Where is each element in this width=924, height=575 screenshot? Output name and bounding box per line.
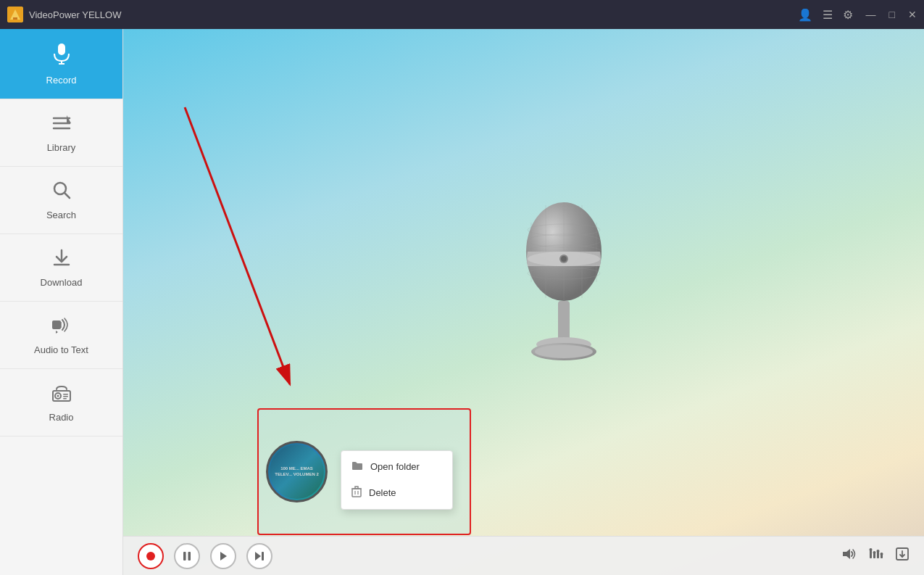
svg-point-56 bbox=[873, 551, 876, 554]
svg-marker-47 bbox=[220, 552, 227, 560]
record-button[interactable] bbox=[138, 543, 164, 569]
list-icon[interactable]: ☰ bbox=[823, 8, 833, 22]
context-menu: Open folder Delete bbox=[341, 450, 453, 510]
svg-rect-46 bbox=[188, 552, 191, 560]
svg-rect-45 bbox=[183, 552, 186, 560]
delete-label: Delete bbox=[369, 487, 396, 498]
search-icon bbox=[51, 180, 72, 205]
skip-forward-button[interactable] bbox=[246, 543, 272, 569]
microphone-icon bbox=[50, 42, 73, 70]
radio-icon bbox=[51, 382, 72, 408]
svg-point-33 bbox=[561, 256, 567, 262]
sidebar-label-radio: Radio bbox=[49, 412, 74, 423]
player-bar bbox=[123, 536, 924, 575]
svg-rect-49 bbox=[262, 552, 264, 560]
titlebar-controls: 👤 ☰ ⚙ — □ ✕ bbox=[798, 8, 917, 22]
svg-marker-50 bbox=[843, 549, 850, 559]
maximize-button[interactable]: □ bbox=[889, 9, 895, 20]
svg-rect-19 bbox=[63, 398, 67, 400]
export-icon[interactable] bbox=[895, 547, 910, 565]
user-icon[interactable]: 👤 bbox=[798, 8, 812, 22]
content-area: 100 ME... EMAS TELEV... VOLUMEN 2 00:02:… bbox=[123, 29, 924, 575]
trash-icon bbox=[351, 486, 362, 500]
svg-rect-2 bbox=[13, 17, 17, 20]
close-button[interactable]: ✕ bbox=[908, 9, 917, 20]
context-open-folder[interactable]: Open folder bbox=[341, 454, 452, 479]
sidebar-label-audio-to-text: Audio to Text bbox=[34, 344, 88, 355]
svg-rect-17 bbox=[63, 394, 68, 395]
sidebar-label-library: Library bbox=[47, 142, 76, 153]
svg-point-16 bbox=[57, 395, 59, 397]
track-thumb-inner: 100 ME... EMAS TELEV... VOLUMEN 2 bbox=[270, 444, 324, 499]
context-delete[interactable]: Delete bbox=[341, 479, 452, 506]
svg-marker-9 bbox=[67, 115, 71, 123]
sidebar-item-radio[interactable]: Radio bbox=[0, 369, 122, 437]
main-layout: Record Library Search bbox=[0, 29, 924, 575]
sidebar-item-download[interactable]: Download bbox=[0, 234, 122, 302]
sidebar-item-library[interactable]: Library bbox=[0, 99, 122, 167]
app-logo bbox=[7, 7, 23, 22]
sidebar-label-record: Record bbox=[46, 75, 77, 86]
gear-icon[interactable]: ⚙ bbox=[843, 8, 853, 22]
svg-rect-38 bbox=[352, 489, 361, 497]
svg-rect-13 bbox=[52, 320, 61, 329]
player-right-controls bbox=[841, 547, 910, 565]
library-icon bbox=[51, 112, 72, 138]
play-button[interactable] bbox=[210, 543, 236, 569]
svg-rect-18 bbox=[63, 396, 68, 397]
sidebar-item-search[interactable]: Search bbox=[0, 167, 122, 234]
sidebar-label-download: Download bbox=[41, 277, 83, 288]
minimize-button[interactable]: — bbox=[866, 9, 876, 20]
volume-icon[interactable] bbox=[841, 547, 857, 564]
sidebar-item-audio-to-text[interactable]: Audio to Text bbox=[0, 302, 122, 369]
equalizer-icon[interactable] bbox=[869, 547, 883, 564]
svg-point-57 bbox=[877, 550, 880, 553]
sidebar-label-search: Search bbox=[46, 210, 76, 220]
svg-point-37 bbox=[535, 345, 593, 358]
sidebar-item-record[interactable]: Record bbox=[0, 29, 122, 99]
svg-point-55 bbox=[870, 548, 873, 551]
folder-icon bbox=[351, 460, 363, 473]
open-folder-label: Open folder bbox=[370, 461, 420, 472]
sidebar: Record Library Search bbox=[0, 29, 123, 575]
svg-marker-48 bbox=[255, 552, 261, 560]
svg-point-44 bbox=[146, 552, 155, 560]
svg-point-58 bbox=[881, 553, 883, 555]
download-icon bbox=[51, 247, 72, 273]
app-title: VideoPower YELLOW bbox=[29, 9, 121, 20]
microphone-illustration bbox=[506, 172, 622, 389]
svg-line-11 bbox=[64, 193, 70, 198]
audio-to-text-icon bbox=[51, 315, 72, 340]
track-thumbnail[interactable]: 100 ME... EMAS TELEV... VOLUMEN 2 bbox=[266, 441, 328, 502]
pause-button[interactable] bbox=[174, 543, 200, 569]
titlebar: VideoPower YELLOW 👤 ☰ ⚙ — □ ✕ bbox=[0, 0, 924, 29]
svg-rect-3 bbox=[58, 44, 65, 55]
